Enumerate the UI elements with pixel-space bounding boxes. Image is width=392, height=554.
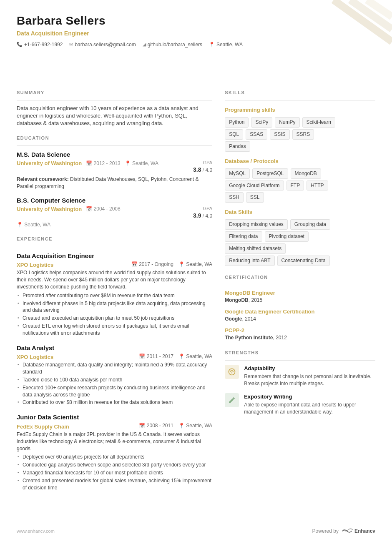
education-item-1: M.S. Data Science University of Washingt… [17, 150, 212, 190]
contact-row: 📞 +1-667-992-1992 ✉ barbara.sellers@gmai… [17, 41, 375, 48]
exp-desc-1: XPO Logistics helps companies around the… [17, 269, 212, 290]
skill-ssrs: SSRS [292, 129, 314, 140]
writing-icon [228, 396, 236, 404]
exp-title-1: Data Acquisition Engineer [17, 251, 212, 260]
bullet-item: Involved different phases in 5 big data … [17, 300, 212, 314]
skill-sql: SQL [225, 129, 243, 140]
skill-python: Python [225, 117, 249, 128]
skill-http: HTTP [307, 180, 328, 191]
powered-by-label: Powered by [312, 528, 339, 535]
summary-text: Data acquisition engineer with 10 years … [17, 105, 212, 128]
bullet-item: Executed 100+ complex research projects … [17, 384, 212, 399]
enhancv-logo: Enhancv [341, 527, 375, 535]
skill-ftp: FTP [286, 180, 304, 191]
skill-ssas: SSAS [246, 129, 267, 140]
adaptability-icon-wrap [225, 365, 239, 379]
exp-meta-1: 📅 2017 - Ongoing 📍 Seattle, WA [131, 261, 212, 268]
skill-mongodb: MongoDB [291, 168, 321, 179]
experience-item-1: Data Acquisition Engineer XPO Logistics … [17, 251, 212, 337]
bullet-item: Created and presented models for global … [17, 477, 212, 491]
strength-desc-2: Able to expose important data and result… [244, 401, 375, 416]
experience-divider [17, 247, 212, 247]
strength-title-2: Expository Writing [244, 393, 375, 401]
strength-desc-1: Remembers that change is not personal an… [244, 373, 375, 387]
brand-name: Enhancv [354, 528, 375, 535]
resume-header: Barbara Sellers Data Acquisition Enginee… [0, 0, 392, 57]
programming-tags: Python SciPy NumPy Scikit-learn [225, 117, 375, 128]
bullet-item: Database management, data quality and in… [17, 361, 212, 376]
bullet-item: Conducted gap analysis between scope and… [17, 461, 212, 469]
main-content: SUMMARY Data acquisition engineer with 1… [0, 65, 392, 515]
skill-gcp: Google Cloud Platform [225, 180, 284, 191]
skill-numpy: NumPy [275, 117, 299, 128]
skill-concat: Concatenating Data [277, 256, 330, 266]
skill-scipy: SciPy [251, 117, 272, 128]
phone-icon: 📞 [17, 41, 23, 48]
skill-melt: Melting shifted datasets [225, 243, 286, 254]
education-label: EDUCATION [17, 135, 212, 141]
db-tags-1: MySQL PostgreSQL MongoDB [225, 168, 375, 179]
exp-header-3: FedEx Supply Chain 📅 2008 - 2011 📍 Seatt… [17, 422, 212, 431]
github-contact: ◢ github.io/barbara_sellers [143, 41, 202, 48]
skills-cat-1: Programming skills [225, 106, 375, 114]
header-divider [0, 61, 392, 61]
location-contact: 📍 Seattle, WA [209, 41, 243, 48]
summary-label: SUMMARY [17, 90, 212, 96]
strength-title-1: Adaptability [244, 365, 375, 372]
cert-issuer-2: Google, 2014 [225, 316, 375, 323]
cert-issuer-3: The Python Institute, 2012 [225, 334, 375, 341]
bullet-item: Deployed over 60 analytics projects for … [17, 454, 212, 461]
candidate-name: Barbara Sellers [17, 13, 375, 29]
skill-group: Grouping data [290, 219, 330, 230]
bullet-item: Promoted after contributing to over $8M … [17, 292, 212, 299]
edu-location-1: 📍 Seattle, WA [125, 160, 158, 167]
skills-cat-3: Data Skills [225, 208, 375, 216]
edu-degree-2: B.S. Computer Science [17, 196, 212, 205]
skill-ssis: SSIS [270, 129, 289, 140]
email-icon: ✉ [69, 41, 73, 48]
edu-coursework-1: Relevant coursework: Distributed Data Wa… [17, 176, 212, 190]
skill-ssl: SSL [246, 192, 264, 203]
exp-company-3: FedEx Supply Chain [17, 423, 69, 431]
strengths-label: STRENGTHS [225, 350, 375, 356]
cert-name-2: Google Data Engineer Certification [225, 308, 375, 316]
email-contact: ✉ barbara.sellers@gmail.com [69, 41, 136, 48]
edu-school-2: University of Washington [17, 206, 82, 213]
skills-cat-2: Database / Protocols [225, 158, 375, 165]
svg-point-4 [231, 372, 233, 374]
github-value: github.io/barbara_sellers [148, 41, 202, 48]
exp-header-2: XPO Logistics 📅 2011 - 2017 📍 Seattle, W… [17, 353, 212, 362]
exp-desc-3: FedEx Supply Chain is a major 3PL provid… [17, 431, 212, 452]
skill-ssh: SSH [225, 192, 244, 203]
exp-bullets-3: Deployed over 60 analytics projects for … [17, 454, 212, 491]
cert-name-3: PCPP-2 [225, 327, 375, 334]
exp-title-2: Data Analyst [17, 343, 212, 352]
summary-divider [17, 100, 212, 100]
data-tags-1: Dropping missing values Grouping data [225, 219, 375, 230]
experience-item-2: Data Analyst XPO Logistics 📅 2011 - 2017… [17, 343, 212, 406]
edu-gpa-1: GPA 3.8 / 4.0 [193, 160, 212, 174]
edu-gpa-2: GPA 3.9 / 4.0 [193, 206, 212, 220]
email-value: barbara.sellers@gmail.com [75, 41, 136, 48]
skills-divider [225, 100, 375, 100]
edu-school-1: University of Washington [17, 160, 82, 167]
edu-meta-1: University of Washington 📅 2012 - 2013 📍… [17, 160, 212, 174]
resume-page: Barbara Sellers Data Acquisition Enginee… [0, 0, 392, 554]
skill-filter: Filtering data [225, 231, 262, 242]
skill-scikit: Scikit-learn [302, 117, 335, 128]
experience-label: EXPERIENCE [17, 236, 212, 242]
skill-reduce: Reducing into ABT [225, 256, 274, 266]
edu-years-1: 📅 2012 - 2013 [86, 160, 120, 167]
github-icon: ◢ [143, 41, 146, 48]
edu-location-2: 📍 Seattle, WA [17, 221, 212, 228]
exp-meta-3: 📅 2008 - 2011 📍 Seattle, WA [139, 422, 212, 429]
cert-label: CERTIFICATION [225, 274, 375, 281]
data-tags-2: Filtering data Pivoting dataset [225, 231, 375, 242]
enhancv-icon [341, 527, 353, 535]
footer-brand: Powered by Enhancv [312, 527, 375, 535]
adaptability-icon [228, 368, 236, 376]
phone-value: +1-667-992-1992 [24, 41, 63, 48]
programming-tags-3: Pandas [225, 141, 375, 152]
page-footer: www.enhancv.com Powered by Enhancv [0, 523, 392, 539]
exp-company-1: XPO Logistics [17, 261, 53, 269]
